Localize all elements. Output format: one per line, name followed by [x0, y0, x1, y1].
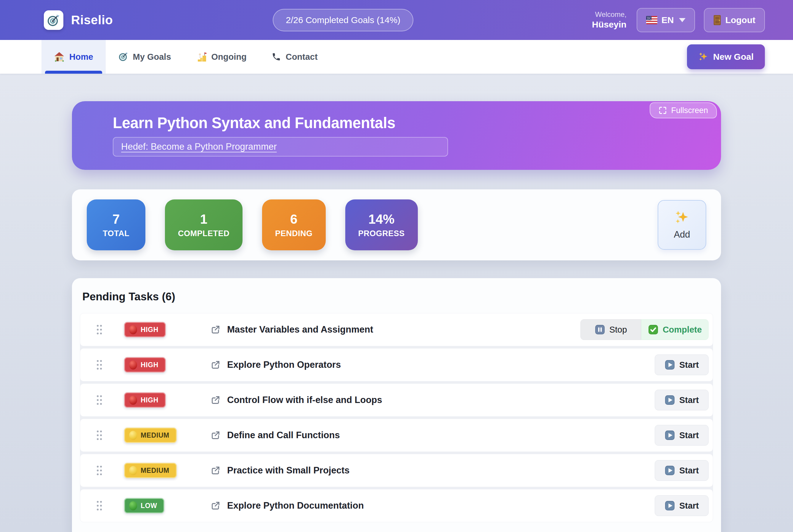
active-task-actions: Stop Complete — [580, 319, 708, 340]
header-right: Welcome, Hüseyin EN — [592, 8, 765, 32]
logout-button[interactable]: Logout — [704, 8, 765, 32]
stat-completed: 1 COMPLETED — [165, 200, 242, 250]
stat-progress-value: 14% — [368, 212, 394, 227]
new-goal-button[interactable]: New Goal — [687, 44, 765, 69]
idle-task-actions: Start — [655, 355, 708, 375]
play-icon — [664, 430, 675, 441]
start-button[interactable]: Start — [655, 495, 708, 516]
target-icon — [118, 52, 128, 62]
play-icon — [664, 360, 675, 370]
goal-subtitle-box: Hedef: Become a Python Programmer — [113, 137, 448, 156]
external-link-icon[interactable] — [210, 395, 221, 405]
start-button[interactable]: Start — [655, 355, 708, 375]
task-title: Define and Call Functions — [227, 430, 340, 441]
stop-button[interactable]: Stop — [580, 319, 641, 340]
task-row: MEDIUM Define and Call Functions Stop Co… — [80, 419, 713, 452]
priority-label: HIGH — [141, 361, 159, 369]
drag-handle-icon[interactable] — [96, 394, 103, 406]
logout-label: Logout — [725, 15, 755, 25]
us-flag-icon — [646, 16, 657, 24]
welcome-block: Welcome, Hüseyin — [592, 10, 627, 30]
priority-dot-icon — [129, 325, 137, 334]
add-label: Add — [674, 229, 690, 240]
completed-goals-badge: 2/26 Completed Goals (14%) — [273, 9, 413, 31]
idle-task-actions: Start — [655, 425, 708, 445]
stop-label: Stop — [609, 325, 627, 335]
task-title: Control Flow with if-else and Loops — [227, 395, 382, 405]
new-goal-label: New Goal — [713, 52, 754, 62]
play-icon — [664, 465, 675, 476]
priority-label: MEDIUM — [141, 431, 169, 439]
external-link-icon[interactable] — [210, 501, 221, 511]
priority-badge: HIGH — [124, 322, 166, 337]
idle-task-actions: Start — [655, 495, 708, 516]
brand-name: Riselio — [71, 13, 113, 27]
external-link-icon[interactable] — [210, 360, 221, 370]
target-dart-icon — [47, 13, 60, 27]
sparkles-icon — [674, 210, 690, 225]
priority-badge: HIGH — [124, 357, 166, 373]
stat-pending-label: PENDING — [275, 229, 313, 238]
task-row: HIGH Control Flow with if-else and Loops… — [80, 383, 713, 417]
priority-dot-icon — [129, 431, 137, 440]
priority-label: LOW — [141, 502, 157, 510]
tab-home[interactable]: Home — [41, 40, 106, 74]
task-row: LOW Explore Python Documentation Stop Co… — [80, 489, 713, 522]
goal-hero-card: Learn Python Syntax and Fundamentals Hed… — [72, 101, 721, 170]
start-button[interactable]: Start — [655, 460, 708, 481]
priority-dot-icon — [129, 396, 137, 405]
task-title: Explore Python Operators — [227, 360, 341, 370]
fullscreen-label: Fullscreen — [671, 106, 708, 115]
tab-ongoing[interactable]: Ongoing — [184, 40, 259, 74]
phone-icon — [272, 52, 281, 61]
tab-contact[interactable]: Contact — [259, 40, 330, 74]
idle-task-actions: Start — [655, 460, 708, 481]
priority-badge: HIGH — [124, 392, 166, 408]
username: Hüseyin — [592, 19, 627, 30]
stat-completed-value: 1 — [200, 212, 207, 227]
stats-summary-card: 7 TOTAL 1 COMPLETED 6 PENDING 14% PROGRE… — [72, 189, 721, 260]
task-row: HIGH Master Variables and Assignment Sto… — [80, 313, 713, 346]
play-icon — [664, 395, 675, 405]
drag-handle-icon[interactable] — [96, 324, 103, 336]
pending-tasks-heading: Pending Tasks (6) — [82, 290, 713, 303]
goal-title: Learn Python Syntax and Fundamentals — [113, 114, 721, 132]
fullscreen-button[interactable]: Fullscreen — [650, 102, 717, 118]
tab-my-goals[interactable]: My Goals — [106, 40, 184, 74]
drag-handle-icon[interactable] — [96, 464, 103, 476]
priority-badge: MEDIUM — [124, 428, 177, 443]
language-selector[interactable]: EN — [637, 8, 695, 32]
external-link-icon[interactable] — [210, 466, 221, 475]
task-row: HIGH Explore Python Operators Stop Compl… — [80, 348, 713, 381]
task-title: Explore Python Documentation — [227, 500, 364, 511]
external-link-icon[interactable] — [210, 325, 221, 335]
drag-handle-icon[interactable] — [96, 500, 103, 512]
priority-label: HIGH — [141, 326, 159, 334]
stat-total: 7 TOTAL — [87, 200, 145, 250]
main-nav: Home My Goals — [0, 40, 793, 74]
stat-progress-label: PROGRESS — [358, 229, 405, 238]
drag-handle-icon[interactable] — [96, 359, 103, 371]
pause-icon — [595, 324, 605, 335]
task-list: HIGH Master Variables and Assignment Sto… — [80, 313, 713, 522]
idle-task-actions: Start — [655, 390, 708, 411]
app-logo — [44, 11, 63, 30]
drag-handle-icon[interactable] — [96, 429, 103, 441]
tab-ongoing-label: Ongoing — [211, 52, 247, 62]
task-row: MEDIUM Practice with Small Projects Stop… — [80, 454, 713, 487]
start-button[interactable]: Start — [655, 425, 708, 445]
task-title: Master Variables and Assignment — [227, 324, 373, 335]
play-icon — [664, 500, 675, 511]
welcome-label: Welcome, — [592, 10, 627, 19]
start-button[interactable]: Start — [655, 390, 708, 411]
priority-dot-icon — [129, 466, 137, 475]
priority-badge: MEDIUM — [124, 463, 177, 478]
language-code: EN — [662, 15, 674, 25]
complete-button[interactable]: Complete — [641, 319, 708, 340]
external-link-icon[interactable] — [210, 430, 221, 440]
start-label: Start — [679, 466, 699, 475]
add-task-button[interactable]: Add — [658, 200, 706, 250]
stat-progress: 14% PROGRESS — [345, 200, 418, 250]
start-label: Start — [679, 360, 699, 370]
house-icon — [54, 52, 64, 62]
